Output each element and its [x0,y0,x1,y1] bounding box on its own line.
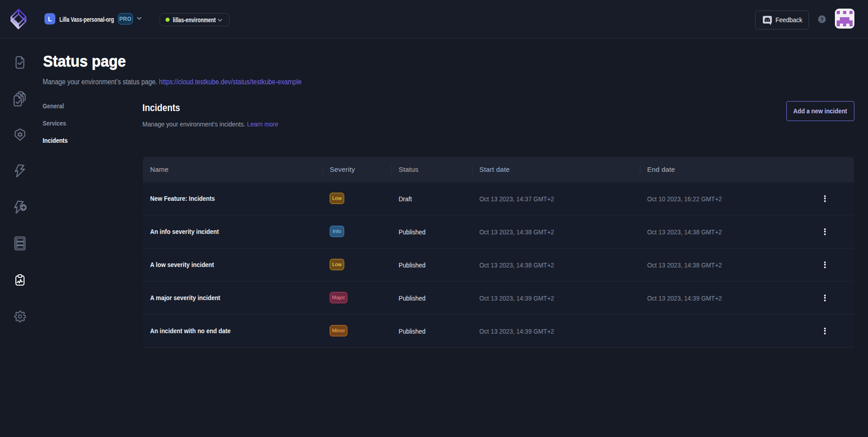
svg-text:?: ? [820,17,824,22]
